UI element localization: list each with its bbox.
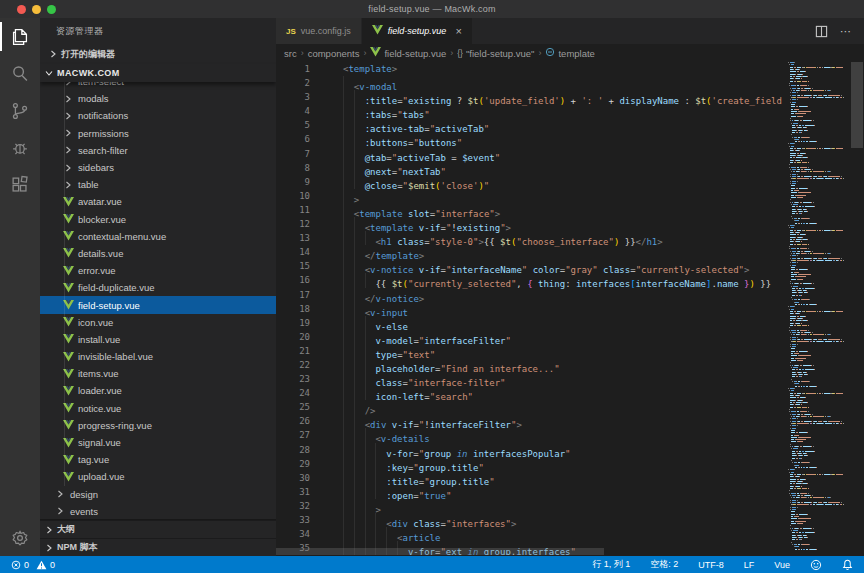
debug-icon[interactable] — [0, 129, 40, 166]
code-line: 14</template> — [276, 245, 788, 259]
cursor-position[interactable]: 行 1, 列 1 — [589, 558, 633, 571]
indentation-setting[interactable]: 空格: 2 — [647, 558, 681, 571]
npm-scripts-label: NPM 脚本 — [57, 541, 98, 554]
line-number: 19 — [276, 316, 310, 330]
tree-item-events[interactable]: events — [40, 503, 276, 519]
project-root-section[interactable]: MACWK.COM — [40, 64, 276, 82]
tree-item-progress-ring-vue[interactable]: progress-ring.vue — [40, 417, 276, 434]
code-lines: 1<template>2<v-modal3:title="existing ? … — [276, 62, 788, 555]
breadcrumb-item-5[interactable]: template — [545, 47, 594, 59]
tree-item-table[interactable]: table — [40, 176, 276, 193]
breadcrumb-item-1[interactable]: src — [284, 48, 297, 59]
line-number: 25 — [276, 400, 310, 414]
search-icon[interactable] — [0, 55, 40, 92]
line-number: 8 — [276, 161, 310, 175]
line-number: 6 — [276, 132, 310, 146]
code-line: 34<article — [276, 527, 788, 541]
indent-guide — [64, 82, 65, 486]
code-line: 15<v-notice v-if="interfaceName" color="… — [276, 259, 788, 273]
notifications-bell-icon[interactable] — [839, 559, 856, 571]
vertical-scrollbar-thumb[interactable] — [851, 62, 863, 148]
line-number: 28 — [276, 443, 310, 457]
status-bar: 0 0 行 1, 列 1 空格: 2 UTF-8 LF Vue — [0, 556, 864, 573]
breadcrumb-item-4[interactable]: {}"field-setup.vue" — [457, 48, 534, 59]
minimize-window-button[interactable] — [32, 5, 41, 14]
code-line: 7@tab="activeTab = $event" — [276, 147, 788, 161]
eol-setting[interactable]: LF — [741, 560, 758, 570]
horizontal-scrollbar[interactable] — [276, 547, 788, 556]
tree-item-upload-vue[interactable]: upload.vue — [40, 468, 276, 485]
line-number: 14 — [276, 245, 310, 259]
vertical-scrollbar[interactable] — [850, 62, 864, 556]
explorer-icon[interactable] — [0, 18, 40, 55]
close-window-button[interactable] — [17, 5, 26, 14]
code-line: 22placeholder="Find an interface..." — [276, 358, 788, 372]
tree-item-label: field-duplicate.vue — [78, 282, 155, 293]
split-editor-icon[interactable] — [815, 25, 828, 38]
chevron-right-icon — [44, 525, 54, 535]
tree-item-avatar-vue[interactable]: avatar.vue — [40, 193, 276, 210]
tree-item-blocker-vue[interactable]: blocker.vue — [40, 211, 276, 228]
code-line: 25/> — [276, 400, 788, 414]
tree-item-loader-vue[interactable]: loader.vue — [40, 382, 276, 399]
tree-item-search-filter[interactable]: search-filter — [40, 142, 276, 159]
tree-item-invisible-label-vue[interactable]: invisible-label.vue — [40, 348, 276, 365]
source-control-icon[interactable] — [0, 92, 40, 129]
tree-item-item-select[interactable]: item-select — [40, 82, 276, 90]
tree-item-error-vue[interactable]: error.vue — [40, 262, 276, 279]
editor-tab-field-setup-vue[interactable]: field-setup.vue× — [362, 18, 472, 44]
tree-item-items-vue[interactable]: items.vue — [40, 365, 276, 382]
encoding-setting[interactable]: UTF-8 — [695, 560, 727, 570]
tree-item-signal-vue[interactable]: signal.vue — [40, 434, 276, 451]
tree-item-modals[interactable]: modals — [40, 90, 276, 107]
open-editors-section[interactable]: 打开的编辑器 — [40, 44, 276, 64]
language-mode[interactable]: Vue — [771, 560, 793, 570]
problems-indicator[interactable]: 0 0 — [8, 560, 58, 570]
line-number: 7 — [276, 147, 310, 161]
horizontal-scrollbar-thumb[interactable] — [276, 548, 604, 555]
tree-item-install-vue[interactable]: install.vue — [40, 331, 276, 348]
editor-tab-vue-config-js[interactable]: JSvue.config.js — [276, 18, 362, 44]
breadcrumb-item-2[interactable]: components — [308, 48, 360, 59]
tree-item-label: tag.vue — [78, 454, 109, 465]
line-number: 9 — [276, 175, 310, 189]
outline-section[interactable]: 大纲 — [40, 520, 276, 538]
tree-item-notice-vue[interactable]: notice.vue — [40, 400, 276, 417]
tree-item-label: field-setup.vue — [78, 300, 140, 311]
tree-item-contextual-menu-vue[interactable]: contextual-menu.vue — [40, 228, 276, 245]
line-number: 15 — [276, 259, 310, 273]
code-line: 31:open="true" — [276, 485, 788, 499]
chevron-right-icon — [54, 489, 66, 500]
settings-gear-icon[interactable] — [0, 519, 40, 556]
code-line: 13<h1 class="style-0">{{ $t("choose_inte… — [276, 231, 788, 245]
breadcrumb-label: src — [284, 48, 297, 59]
tree-item-permissions[interactable]: permissions — [40, 125, 276, 142]
tree-item-icon-vue[interactable]: icon.vue — [40, 314, 276, 331]
title-bar: field-setup.vue — MacWk.com — [0, 0, 864, 18]
line-number: 17 — [276, 288, 310, 302]
close-tab-icon[interactable]: × — [455, 26, 461, 37]
feedback-smiley-icon[interactable] — [807, 559, 825, 571]
tree-item-label: details.vue — [78, 248, 123, 259]
extensions-icon[interactable] — [0, 166, 40, 203]
tree-item-design[interactable]: design — [40, 486, 276, 503]
line-number: 2 — [276, 76, 310, 90]
tree-item-field-setup-vue[interactable]: field-setup.vue — [40, 296, 276, 313]
chevron-right-icon — [54, 506, 66, 517]
tree-item-tag-vue[interactable]: tag.vue — [40, 451, 276, 468]
tree-item-sidebars[interactable]: sidebars — [40, 159, 276, 176]
tab-bar: JSvue.config.jsfield-setup.vue×⋯ — [276, 18, 864, 44]
zoom-window-button[interactable] — [47, 5, 56, 14]
tree-item-label: progress-ring.vue — [78, 420, 152, 431]
tree-item-notifications[interactable]: notifications — [40, 107, 276, 124]
breadcrumb-item-3[interactable]: field-setup.vue — [370, 47, 446, 59]
breadcrumb: src›components›field-setup.vue›{}"field-… — [276, 44, 864, 62]
tree-item-details-vue[interactable]: details.vue — [40, 245, 276, 262]
more-actions-icon[interactable]: ⋯ — [840, 25, 852, 38]
tree-item-field-duplicate-vue[interactable]: field-duplicate.vue — [40, 279, 276, 296]
chevron-down-icon — [44, 68, 54, 78]
code-editor[interactable]: 1<template>2<v-modal3:title="existing ? … — [276, 62, 864, 556]
minimap[interactable] — [788, 62, 850, 556]
line-number: 33 — [276, 513, 310, 527]
npm-scripts-section[interactable]: NPM 脚本 — [40, 538, 276, 556]
